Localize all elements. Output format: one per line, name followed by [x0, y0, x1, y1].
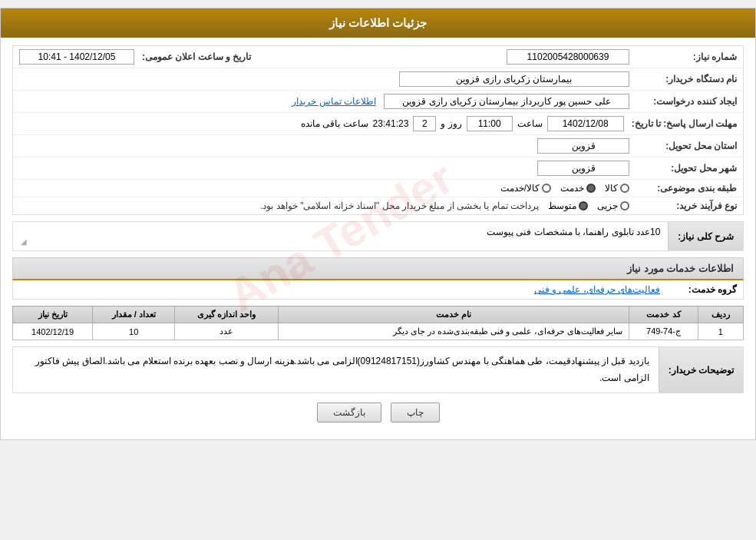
col-date: تاریخ نیاز: [13, 306, 93, 323]
creator-label: ایجاد کننده درخواست:: [629, 96, 737, 107]
cell-quantity: 10: [93, 323, 175, 340]
cell-code: ج-74-749: [629, 323, 698, 340]
buyer-notes-value: بازدید قبل از پیشنهادقیمت، طی هماهنگی با…: [13, 347, 659, 393]
row-customer: نام دستگاه خریدار: بیمارستان زکریای رازی…: [13, 68, 743, 91]
announce-datetime-label: تاریخ و ساعت اعلان عمومی:: [134, 51, 256, 62]
purchase-radio-group: جزیی متوسط: [548, 200, 629, 211]
send-date-value: 1402/12/08: [547, 116, 624, 131]
customer-name-label: نام دستگاه خریدار:: [629, 74, 737, 84]
city-value: قزوین: [537, 161, 629, 176]
remaining-time-value: 23:41:23: [373, 118, 409, 129]
remaining-label: ساعت باقی مانده: [301, 118, 368, 129]
back-button[interactable]: بازگشت: [317, 403, 381, 422]
send-time-value: 11:00: [467, 116, 513, 131]
radio-kala: کالا: [605, 183, 629, 194]
content-area: شماره نیاز: 1102005428000639 تاریخ و ساع…: [1, 38, 755, 439]
description-value-container: Ana Tender 10عدد تابلوی راهنما، با مشخصا…: [13, 222, 668, 250]
page-header: جزئیات اطلاعات نیاز: [1, 8, 755, 38]
radio-kala-circle: [620, 184, 629, 193]
description-label: شرح کلی نیاز:: [668, 222, 743, 250]
services-table: ردیف کد خدمت نام خدمت واحد اندازه گیری ت…: [12, 306, 744, 340]
row-city: شهر محل تحویل: قزوین: [13, 157, 743, 180]
row-creator: ایجاد کننده درخواست: علی حسین پور کاربرد…: [13, 91, 743, 113]
buyer-notes-label: توضیحات خریدار:: [659, 347, 743, 393]
category-label: طبقه بندی موضوعی:: [629, 183, 737, 194]
col-quantity: تعداد / مقدار: [93, 306, 175, 323]
col-name: نام خدمت: [278, 306, 629, 323]
radio-khedmat: خدمت: [560, 183, 596, 194]
announce-datetime-value: 1402/12/05 - 10:41: [19, 49, 134, 65]
row-order-announce: شماره نیاز: 1102005428000639 تاریخ و ساع…: [13, 46, 743, 68]
radio-jozi-circle: [620, 201, 629, 210]
radio-motavasset-label: متوسط: [548, 200, 576, 211]
resize-handle: ◢: [21, 237, 660, 246]
customer-name-value: بیمارستان زکریای رازی قزوین: [399, 71, 629, 87]
description-value: 10عدد تابلوی راهنما، با مشخصات فنی پیوست: [21, 227, 660, 237]
radio-kala-khedmat: کالا/خدمت: [500, 183, 551, 194]
purchase-type-label: نوع فرآیند خرید:: [629, 200, 737, 211]
row-province: استان محل تحویل: قزوین: [13, 135, 743, 157]
page-title: جزئیات اطلاعات نیاز: [329, 16, 427, 29]
service-group-label: گروه خدمت:: [660, 284, 737, 295]
days-label: روز و: [441, 118, 461, 129]
row-purchase-type: نوع فرآیند خرید: جزیی متوسط پرداخت تمام …: [13, 197, 743, 214]
notes-section: توضیحات خریدار: بازدید قبل از پیشنهادقیم…: [12, 346, 744, 393]
row-deadline: مهلت ارسال پاسخ: تا تاریخ: 1402/12/08 سا…: [13, 113, 743, 135]
city-label: شهر محل تحویل:: [629, 163, 737, 174]
cell-name: سایر فعالیت‌های حرفه‌ای، علمی و فنی طبقه…: [278, 323, 629, 340]
creator-link[interactable]: اطلاعات تماس خریدار: [292, 96, 376, 107]
col-code: کد خدمت: [629, 306, 698, 323]
col-unit: واحد اندازه گیری: [175, 306, 279, 323]
send-days-value: 2: [413, 116, 436, 131]
service-group-row: گروه خدمت: فعالیت‌های حرفه‌ای، علمی و فن…: [12, 280, 744, 300]
services-table-section: ردیف کد خدمت نام خدمت واحد اندازه گیری ت…: [12, 306, 744, 340]
order-number-label: شماره نیاز:: [629, 51, 737, 62]
description-section: شرح کلی نیاز: Ana Tender 10عدد تابلوی را…: [12, 221, 744, 251]
services-section-header: اطلاعات خدمات مورد نیاز: [12, 257, 744, 280]
province-value: قزوین: [537, 138, 629, 154]
radio-kala-khedmat-label: کالا/خدمت: [500, 183, 540, 194]
radio-motavasset-circle: [579, 201, 588, 210]
order-number-value: 1102005428000639: [507, 49, 629, 65]
cell-row: 1: [698, 323, 743, 340]
main-form: شماره نیاز: 1102005428000639 تاریخ و ساع…: [12, 45, 744, 215]
province-label: استان محل تحویل:: [629, 141, 737, 151]
radio-khedmat-circle: [586, 184, 596, 193]
main-container: جزئیات اطلاعات نیاز شماره نیاز: 11020054…: [0, 8, 756, 440]
radio-khedmat-label: خدمت: [560, 183, 584, 194]
cell-date: 1402/12/19: [13, 323, 93, 340]
table-row: 1 ج-74-749 سایر فعالیت‌های حرفه‌ای، علمی…: [13, 323, 744, 340]
service-group-value[interactable]: فعالیت‌های حرفه‌ای، علمی و فنی: [534, 284, 660, 295]
creator-value: علی حسین پور کاربرداز بیمارستان زکریای ر…: [384, 94, 629, 109]
category-radio-group: کالا خدمت کالا/خدمت: [500, 183, 629, 194]
radio-kala-label: کالا: [605, 183, 618, 194]
radio-jozi: جزیی: [597, 200, 629, 211]
purchase-note: پرداخت تمام یا بخشی از مبلغ خریدار محل "…: [19, 200, 539, 211]
table-header-row: ردیف کد خدمت نام خدمت واحد اندازه گیری ت…: [13, 306, 744, 323]
row-category: طبقه بندی موضوعی: کالا خدمت کالا/خدمت: [13, 180, 743, 197]
radio-kala-khedmat-circle: [542, 184, 551, 193]
cell-unit: عدد: [175, 323, 279, 340]
bottom-buttons: چاپ بازگشت: [12, 393, 744, 432]
send-deadline-label: مهلت ارسال پاسخ: تا تاریخ:: [624, 118, 737, 129]
time-label: ساعت: [517, 118, 543, 129]
radio-motavasset: متوسط: [548, 200, 588, 211]
radio-jozi-label: جزیی: [597, 200, 618, 211]
col-row: ردیف: [698, 306, 743, 323]
print-button[interactable]: چاپ: [391, 403, 440, 422]
